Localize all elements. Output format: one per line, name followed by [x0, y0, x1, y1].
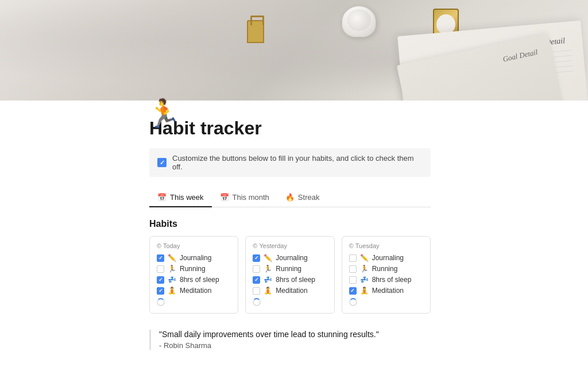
hero-decoration-clip: [247, 20, 264, 43]
checkbox-today-meditation[interactable]: [157, 287, 164, 295]
habit-item: ✏️ Journaling: [349, 254, 423, 262]
checkbox-today-journaling[interactable]: [157, 254, 164, 262]
hero-banner: Goal Detail Goal Detail: [0, 0, 588, 101]
emoji-sleep-today: 💤: [168, 276, 176, 284]
checkbox-yesterday-sleep[interactable]: [253, 276, 260, 284]
habits-grid: © Today ✏️ Journaling 🏃 Running 💤 8hrs o…: [149, 236, 431, 314]
checkbox-today-sleep[interactable]: [157, 276, 164, 284]
tuesday-date-icon: ©: [349, 242, 354, 249]
hero-decoration-cup: [342, 6, 376, 37]
checkbox-yesterday-running[interactable]: [253, 265, 260, 273]
habit-item: 🏃 Running: [253, 265, 327, 273]
checkbox-tuesday-running[interactable]: [349, 265, 357, 273]
habit-item: 💤 8hrs of sleep: [157, 276, 231, 284]
habit-item: ✏️ Journaling: [253, 254, 327, 262]
page-content: 🏃 Habit tracker Customize the buttons be…: [0, 118, 588, 350]
emoji-running-tuesday: 🏃: [360, 265, 369, 273]
emoji-sleep-tuesday: 💤: [360, 276, 369, 284]
quote-author: - Robin Sharma: [159, 341, 431, 350]
habit-item: 💤 8hrs of sleep: [253, 276, 327, 284]
tabs-bar: 📅 This week 📅 This month 🔥 Streak: [149, 188, 431, 207]
page-title: Habit tracker: [149, 118, 439, 139]
page-emoji: 🏃: [146, 98, 181, 130]
tab-this-month[interactable]: 📅 This month: [212, 188, 277, 207]
quote-section: "Small daily improvements over time lead…: [149, 330, 431, 350]
checkbox-tuesday-journaling[interactable]: [349, 254, 357, 262]
habit-item: 🧘 Meditation: [157, 287, 231, 295]
emoji-journaling-today: ✏️: [168, 254, 176, 262]
habit-card-tuesday: © Tuesday ✏️ Journaling 🏃 Running 💤 8hrs…: [342, 236, 431, 314]
habit-card-today-date: © Today: [157, 242, 231, 249]
today-date-icon: ©: [157, 242, 161, 249]
habit-item: 🏃 Running: [157, 265, 231, 273]
emoji-sleep-yesterday: 💤: [264, 276, 272, 284]
tab-this-month-label: This month: [233, 193, 269, 202]
habit-card-tuesday-date: © Tuesday: [349, 242, 423, 249]
loading-spinner-yesterday: [253, 298, 261, 306]
checkbox-tuesday-sleep[interactable]: [349, 276, 357, 284]
calendar-icon-month: 📅: [220, 193, 229, 202]
streak-icon: 🔥: [285, 193, 295, 202]
emoji-meditation-yesterday: 🧘: [264, 287, 272, 295]
checkbox-yesterday-meditation[interactable]: [253, 287, 260, 295]
habit-card-yesterday: © Yesterday ✏️ Journaling 🏃 Running 💤 8h…: [245, 236, 334, 314]
habits-section-title: Habits: [149, 219, 439, 229]
emoji-running-yesterday: 🏃: [264, 265, 272, 273]
loading-spinner-today: [157, 298, 165, 306]
checkbox-today-running[interactable]: [157, 265, 164, 273]
info-box-text: Customize the buttons below to fill in y…: [172, 154, 423, 171]
emoji-meditation-tuesday: 🧘: [360, 287, 369, 295]
info-box: Customize the buttons below to fill in y…: [149, 148, 431, 177]
emoji-journaling-tuesday: ✏️: [360, 254, 369, 262]
habit-card-today: © Today ✏️ Journaling 🏃 Running 💤 8hrs o…: [149, 236, 238, 314]
loading-spinner-tuesday: [349, 298, 357, 306]
habit-item: 🧘 Meditation: [253, 287, 327, 295]
emoji-running-today: 🏃: [168, 265, 176, 273]
tab-streak[interactable]: 🔥 Streak: [277, 188, 328, 207]
habit-item: 💤 8hrs of sleep: [349, 276, 423, 284]
yesterday-date-icon: ©: [253, 242, 257, 249]
emoji-meditation-today: 🧘: [168, 287, 176, 295]
info-check-icon: [157, 158, 167, 167]
tab-this-week-label: This week: [170, 193, 204, 202]
tab-this-week[interactable]: 📅 This week: [149, 188, 212, 207]
habit-item: 🧘 Meditation: [349, 287, 423, 295]
quote-text: "Small daily improvements over time lead…: [159, 330, 431, 339]
checkbox-yesterday-journaling[interactable]: [253, 254, 260, 262]
habit-item: ✏️ Journaling: [157, 254, 231, 262]
habit-item: 🏃 Running: [349, 265, 423, 273]
tab-streak-label: Streak: [298, 193, 320, 202]
habit-card-yesterday-date: © Yesterday: [253, 242, 327, 249]
emoji-journaling-yesterday: ✏️: [264, 254, 272, 262]
checkbox-tuesday-meditation[interactable]: [349, 287, 357, 295]
calendar-icon-week: 📅: [157, 193, 167, 202]
